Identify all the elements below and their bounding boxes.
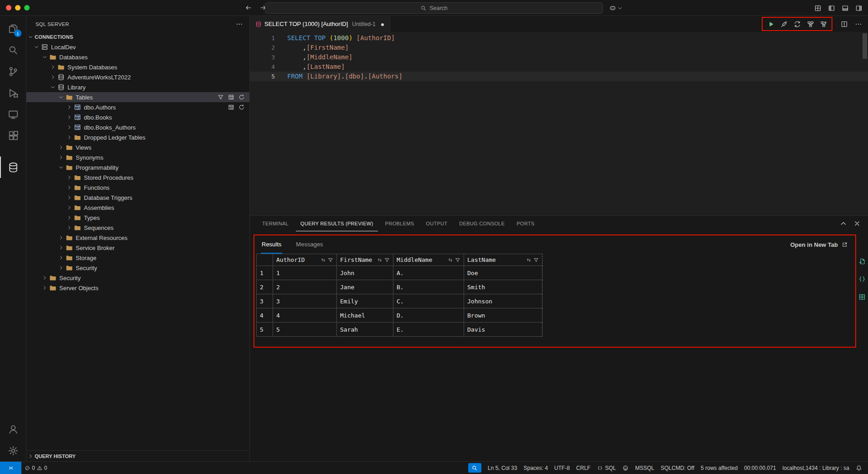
actual-plan-button[interactable] bbox=[817, 18, 830, 30]
sort-icon[interactable] bbox=[526, 257, 532, 263]
status-eol-sequence[interactable]: CRLF bbox=[573, 462, 594, 474]
editor-scrollbar[interactable] bbox=[862, 32, 868, 215]
tree-item-database-triggers[interactable]: Database Triggers bbox=[26, 193, 249, 203]
grid-cell[interactable]: C. bbox=[393, 294, 464, 308]
grid-row-number[interactable]: 4 bbox=[256, 308, 273, 323]
chevron-down-icon[interactable] bbox=[42, 54, 47, 60]
status-feedback[interactable] bbox=[619, 462, 632, 474]
toggle-panel-button[interactable] bbox=[842, 5, 849, 12]
tree-item-dbo-books[interactable]: dbo.Books bbox=[26, 112, 249, 122]
modified-indicator[interactable]: ● bbox=[381, 21, 384, 27]
chevron-right-icon[interactable] bbox=[67, 175, 72, 180]
grid-row-number[interactable]: 5 bbox=[256, 323, 273, 337]
code-line-2[interactable]: 2 ,[FirstName] bbox=[250, 43, 868, 52]
grid-cell[interactable]: 2 bbox=[273, 280, 337, 294]
split-editor-button[interactable] bbox=[838, 18, 850, 30]
status-cursor-position[interactable]: Ln 5, Col 33 bbox=[485, 462, 521, 474]
grid-cell[interactable]: Brown bbox=[464, 308, 542, 323]
tree-item-service-broker[interactable]: Service Broker bbox=[26, 243, 249, 253]
tree-item-storage[interactable]: Storage bbox=[26, 253, 249, 263]
tree-item-dropped-ledger-tables[interactable]: Dropped Ledger Tables bbox=[26, 132, 249, 142]
tree-item-sequences[interactable]: Sequences bbox=[26, 223, 249, 233]
tree-item-databases[interactable]: Databases bbox=[26, 52, 249, 62]
panel-tab-output[interactable]: OUTPUT bbox=[421, 216, 452, 231]
chevron-right-icon[interactable] bbox=[58, 145, 64, 150]
status-sqlcmd-status[interactable]: SQLCMD: Off bbox=[657, 462, 698, 474]
panel-tab-terminal[interactable]: TERMINAL bbox=[258, 216, 293, 231]
grid-row-number[interactable]: 1 bbox=[256, 266, 273, 280]
chevron-right-icon[interactable] bbox=[67, 195, 72, 200]
chevron-right-icon[interactable] bbox=[58, 235, 64, 240]
save-as-json-button[interactable] bbox=[858, 275, 867, 283]
chevron-right-icon[interactable] bbox=[58, 155, 64, 160]
filter-icon[interactable] bbox=[455, 257, 460, 263]
maximize-panel-icon[interactable] bbox=[840, 220, 847, 227]
tree-item-adventureworkslt2022[interactable]: AdventureWorksLT2022 bbox=[26, 72, 249, 82]
grid-cell[interactable]: 3 bbox=[273, 294, 337, 308]
activity-item-search[interactable] bbox=[0, 39, 26, 61]
close-panel-icon[interactable] bbox=[853, 220, 861, 227]
grid-cell[interactable]: Johnson bbox=[464, 294, 542, 308]
customize-layout-button[interactable] bbox=[814, 5, 822, 12]
filter-icon[interactable] bbox=[217, 94, 224, 100]
grid-cell[interactable]: Davis bbox=[464, 323, 542, 337]
scrollbar-thumb[interactable] bbox=[863, 33, 867, 59]
tree-item-security[interactable]: Security bbox=[26, 273, 249, 283]
tree-item-security[interactable]: Security bbox=[26, 263, 249, 273]
code-line-1[interactable]: 1SELECT TOP (1000) [AuthorID] bbox=[250, 33, 868, 43]
table-icon[interactable] bbox=[228, 94, 234, 100]
chevron-right-icon[interactable] bbox=[67, 215, 72, 220]
chevron-down-icon[interactable] bbox=[50, 84, 56, 90]
grid-row-number[interactable]: 3 bbox=[256, 294, 273, 308]
grid-cell[interactable]: B. bbox=[393, 280, 464, 294]
command-center-search[interactable]: Search bbox=[265, 2, 603, 14]
status-indentation[interactable]: Spaces: 4 bbox=[520, 462, 551, 474]
chevron-right-icon[interactable] bbox=[67, 225, 72, 230]
filter-icon[interactable] bbox=[533, 257, 539, 263]
tree-item-types[interactable]: Types bbox=[26, 213, 249, 223]
activity-item-accounts[interactable] bbox=[0, 418, 26, 440]
connections-section-header[interactable]: CONNECTIONS bbox=[26, 32, 249, 42]
tree-item-dbo-authors[interactable]: dbo.Authors bbox=[26, 102, 249, 112]
editor-tab[interactable]: SELECT TOP (1000) [AuthorID] Untitled-1 … bbox=[250, 16, 390, 32]
status-rows-affected[interactable]: 5 rows affected bbox=[698, 462, 741, 474]
chevron-right-icon[interactable] bbox=[67, 125, 72, 130]
toggle-secondary-sidebar-button[interactable] bbox=[855, 5, 863, 12]
navigate-back-icon[interactable] bbox=[245, 4, 252, 11]
tree-item-tables[interactable]: Tables bbox=[26, 92, 249, 102]
activity-item-extensions[interactable] bbox=[0, 125, 26, 146]
grid-cell[interactable]: John bbox=[337, 266, 393, 280]
grid-cell[interactable]: Smith bbox=[464, 280, 542, 294]
code-line-4[interactable]: 4 ,[LastName] bbox=[250, 62, 868, 72]
tree-item-views[interactable]: Views bbox=[26, 142, 249, 152]
status-zoom-indicator[interactable] bbox=[465, 462, 485, 474]
estimated-plan-button[interactable] bbox=[804, 18, 816, 30]
tree-item-programmability[interactable]: Programmability bbox=[26, 162, 249, 172]
chevron-right-icon[interactable] bbox=[42, 275, 47, 281]
grid-cell[interactable]: 5 bbox=[273, 323, 337, 337]
grid-cell[interactable]: Michael bbox=[337, 308, 393, 323]
tree-item-stored-procedures[interactable]: Stored Procedures bbox=[26, 172, 249, 182]
tree-item-server-objects[interactable]: Server Objects bbox=[26, 283, 249, 293]
grid-cell[interactable]: A. bbox=[393, 266, 464, 280]
status-encoding[interactable]: UTF-8 bbox=[551, 462, 573, 474]
sidebar-more-actions-icon[interactable] bbox=[236, 21, 243, 28]
zoom-window-button[interactable] bbox=[24, 5, 30, 10]
close-window-button[interactable] bbox=[6, 5, 11, 10]
panel-tab-ports[interactable]: PORTS bbox=[512, 216, 539, 231]
results-tab-results[interactable]: Results bbox=[261, 235, 282, 254]
query-history-section-header[interactable]: QUERY HISTORY bbox=[26, 450, 249, 461]
chevron-right-icon[interactable] bbox=[67, 205, 72, 210]
sort-icon[interactable] bbox=[377, 257, 382, 263]
grid-cell[interactable]: Jane bbox=[337, 280, 393, 294]
chevron-right-icon[interactable] bbox=[58, 245, 64, 250]
run-query-button[interactable] bbox=[765, 18, 777, 30]
chevron-down-icon[interactable] bbox=[34, 44, 39, 50]
chevron-right-icon[interactable] bbox=[67, 115, 72, 120]
tree-item-external-resources[interactable]: External Resources bbox=[26, 233, 249, 243]
tree-item-assemblies[interactable]: Assemblies bbox=[26, 203, 249, 213]
status-connection-provider[interactable]: MSSQL bbox=[632, 462, 657, 474]
code-editor[interactable]: 1SELECT TOP (1000) [AuthorID]2 ,[FirstNa… bbox=[250, 32, 868, 215]
code-line-3[interactable]: 3 ,[MiddleName] bbox=[250, 52, 868, 62]
sort-icon[interactable] bbox=[320, 257, 326, 263]
